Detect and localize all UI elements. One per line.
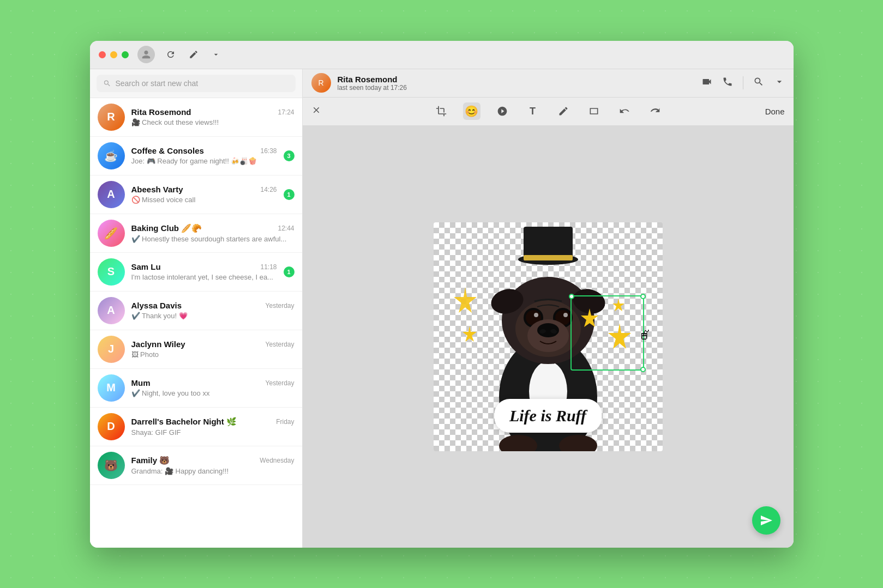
chat-preview-darrell: Shaya: GIF GIF (131, 428, 295, 437)
chat-time-abeesh: 14:26 (260, 186, 277, 193)
chat-name-jaclynn: Jaclynn Wiley (131, 340, 185, 349)
main-content: R Rita Rosemond 17:24 🎥 Check out these … (90, 69, 794, 548)
search-bar (90, 69, 302, 98)
chat-item-family[interactable]: 🐻 Family 🐻 Wednesday Grandma: 🎥 Happy da… (90, 446, 302, 485)
sticker-canvas: 🖱 Life is Ruff (434, 222, 663, 451)
chat-item-abeesh[interactable]: A Abeesh Varty 14:26 🚫 Missed voice call… (90, 175, 302, 214)
chat-header-icons (701, 76, 785, 90)
chat-preview-baking: ✔️ Honestly these sourdough starters are… (131, 235, 295, 243)
traffic-lights (99, 51, 129, 58)
chat-preview-jaclynn: 🖼 Photo (131, 350, 295, 359)
avatar-coffee: ☕ (98, 142, 125, 169)
frame-tool-button[interactable] (585, 102, 603, 120)
chat-item-baking[interactable]: 🥖 Baking Club 🥖🥐 12:44 ✔️ Honestly these… (90, 214, 302, 253)
chat-item-darrell[interactable]: D Darrell's Bachelor Night 🌿 Friday Shay… (90, 408, 302, 446)
close-button[interactable] (99, 51, 106, 58)
dropdown-icon[interactable] (209, 48, 223, 61)
refresh-icon[interactable] (164, 47, 178, 62)
sidebar: R Rita Rosemond 17:24 🎥 Check out these … (90, 69, 303, 548)
chat-preview-alyssa: ✔️ Thank you! 💗 (131, 312, 295, 320)
chat-header: R Rita Rosemond last seen today at 17:26 (303, 69, 794, 98)
chat-time-coffee: 16:38 (260, 147, 277, 155)
chat-item-jaclynn[interactable]: J Jaclynn Wiley Yesterday 🖼 Photo (90, 330, 302, 369)
chat-info-alyssa: Alyssa Davis Yesterday ✔️ Thank you! 💗 (131, 301, 295, 320)
text-tool-button[interactable]: T (524, 102, 542, 120)
avatar-mum: M (98, 374, 125, 402)
chat-preview-sam: I'm lactose intolerant yet, I see cheese… (131, 273, 277, 281)
chat-item-sam[interactable]: S Sam Lu 11:18 I'm lactose intolerant ye… (90, 253, 302, 292)
sparkle-star-2 (461, 325, 478, 345)
avatar-abeesh: A (98, 181, 125, 208)
avatar-sam: S (98, 258, 125, 286)
avatar-darrell: D (98, 413, 125, 440)
chat-preview-mum: ✔️ Night, love you too xx (131, 389, 295, 397)
more-options-button[interactable] (774, 76, 785, 90)
chat-time-mum: Yesterday (266, 379, 295, 387)
chat-header-info: Rita Rosemond last seen today at 17:26 (338, 75, 695, 92)
emoji-tool-button[interactable]: 😊 (463, 102, 480, 120)
svg-point-17 (563, 313, 568, 317)
chat-time-darrell: Friday (276, 418, 294, 426)
chat-preview-rita: 🎥 Check out these views!!! (131, 118, 295, 126)
chat-item-alyssa[interactable]: A Alyssa Davis Yesterday ✔️ Thank you! 💗 (90, 292, 302, 330)
editor-toolbar: 😊 T Done (303, 98, 794, 126)
chat-area: R Rita Rosemond last seen today at 17:26 (303, 69, 794, 548)
video-call-button[interactable] (701, 76, 712, 90)
search-input[interactable] (115, 79, 289, 88)
maximize-button[interactable] (122, 51, 129, 58)
chat-header-avatar: R (311, 73, 331, 93)
avatar-alyssa: A (98, 297, 125, 324)
chat-header-status: last seen today at 17:26 (338, 84, 695, 92)
compose-icon[interactable] (187, 47, 201, 62)
unread-badge-sam: 1 (284, 266, 295, 277)
chat-item-rita[interactable]: R Rita Rosemond 17:24 🎥 Check out these … (90, 98, 302, 137)
ruff-banner: Life is Ruff (494, 399, 602, 433)
chat-info-darrell: Darrell's Bachelor Night 🌿 Friday Shaya:… (131, 417, 295, 437)
chat-list: R Rita Rosemond 17:24 🎥 Check out these … (90, 98, 302, 548)
chat-preview-abeesh: 🚫 Missed voice call (131, 196, 277, 204)
svg-rect-2 (524, 255, 573, 260)
minimize-button[interactable] (110, 51, 117, 58)
header-divider (743, 76, 743, 89)
chat-name-mum: Mum (131, 378, 151, 387)
chat-time-family: Wednesday (260, 457, 294, 464)
editor-canvas-area: 🖱 Life is Ruff (303, 126, 794, 548)
chat-time-alyssa: Yesterday (266, 302, 295, 310)
chat-item-mum[interactable]: M Mum Yesterday ✔️ Night, love you too x… (90, 369, 302, 408)
selection-box (570, 295, 644, 371)
redo-button[interactable] (646, 102, 664, 120)
chat-info-jaclynn: Jaclynn Wiley Yesterday 🖼 Photo (131, 340, 295, 359)
done-button[interactable]: Done (765, 107, 785, 116)
chat-name-alyssa: Alyssa Davis (131, 301, 182, 310)
chat-info-sam: Sam Lu 11:18 I'm lactose intolerant yet,… (131, 262, 277, 281)
chat-info-coffee: Coffee & Consoles 16:38 Joe: 🎮 Ready for… (131, 146, 277, 165)
user-avatar[interactable] (137, 46, 155, 63)
avatar-baking: 🥖 (98, 220, 125, 247)
selection-handle-br (640, 367, 646, 372)
sparkle-star-1 (452, 286, 479, 316)
crop-tool-button[interactable] (433, 102, 450, 120)
chat-time-rita: 17:24 (278, 108, 294, 116)
avatar-rita: R (98, 104, 125, 131)
app-window: R Rita Rosemond 17:24 🎥 Check out these … (90, 41, 794, 548)
search-input-wrap[interactable] (97, 75, 296, 92)
sticker-tool-button[interactable] (494, 102, 511, 120)
chat-name-family: Family 🐻 (131, 456, 170, 465)
chat-preview-coffee: Joe: 🎮 Ready for game night!! 🍻🎳🍿 (131, 157, 277, 165)
chat-name-abeesh: Abeesh Varty (131, 185, 183, 194)
search-chat-button[interactable] (753, 76, 764, 90)
chat-name-rita: Rita Rosemond (131, 107, 191, 117)
chat-name-sam: Sam Lu (131, 262, 161, 271)
draw-tool-button[interactable] (555, 102, 572, 120)
unread-badge-abeesh: 1 (284, 189, 295, 200)
close-editor-button[interactable] (311, 105, 321, 118)
chat-item-coffee[interactable]: ☕ Coffee & Consoles 16:38 Joe: 🎮 Ready f… (90, 137, 302, 175)
sidebar-controls (137, 46, 785, 63)
undo-button[interactable] (616, 102, 633, 120)
chat-name-baking: Baking Club 🥖🥐 (131, 223, 202, 233)
send-button[interactable] (752, 506, 780, 535)
avatar-jaclynn: J (98, 336, 125, 363)
voice-call-button[interactable] (722, 76, 733, 90)
chat-preview-family: Grandma: 🎥 Happy dancing!!! (131, 467, 295, 475)
chat-info-baking: Baking Club 🥖🥐 12:44 ✔️ Honestly these s… (131, 223, 295, 243)
